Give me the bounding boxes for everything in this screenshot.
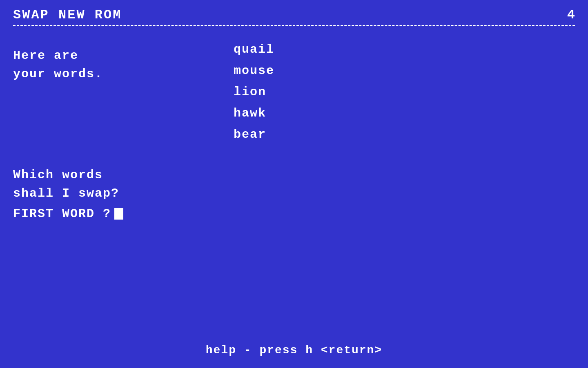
help-text: help - press h <return> <box>206 344 382 357</box>
content-area: Here are your words. quail mouse lion ha… <box>13 43 575 141</box>
header-title: SWAP NEW ROM <box>13 7 122 22</box>
word-item: mouse <box>234 64 274 78</box>
intro-line1: Here are <box>13 47 168 65</box>
cursor <box>114 208 123 220</box>
prompt-line1: Which words <box>13 166 575 184</box>
screen: SWAP NEW ROM 4 Here are your words. quai… <box>0 0 588 368</box>
prompt-line2: shall I swap? <box>13 184 575 203</box>
word-item: lion <box>234 85 274 99</box>
word-list: quail mouse lion hawk bear <box>234 43 274 141</box>
prompt-question: Which words shall I swap? <box>13 166 575 203</box>
header-number: 4 <box>567 7 575 22</box>
divider <box>13 25 575 26</box>
intro-text: Here are your words. <box>13 43 168 141</box>
help-bar: help - press h <return> <box>0 344 588 357</box>
first-word-label: FIRST WORD ? <box>13 207 111 221</box>
word-item: quail <box>234 43 274 56</box>
prompt-section: Which words shall I swap? FIRST WORD ? <box>13 166 575 221</box>
first-word-prompt[interactable]: FIRST WORD ? <box>13 207 575 221</box>
word-item: bear <box>234 128 274 141</box>
intro-line2: your words. <box>13 65 168 83</box>
word-item: hawk <box>234 106 274 120</box>
header: SWAP NEW ROM 4 <box>13 7 575 22</box>
